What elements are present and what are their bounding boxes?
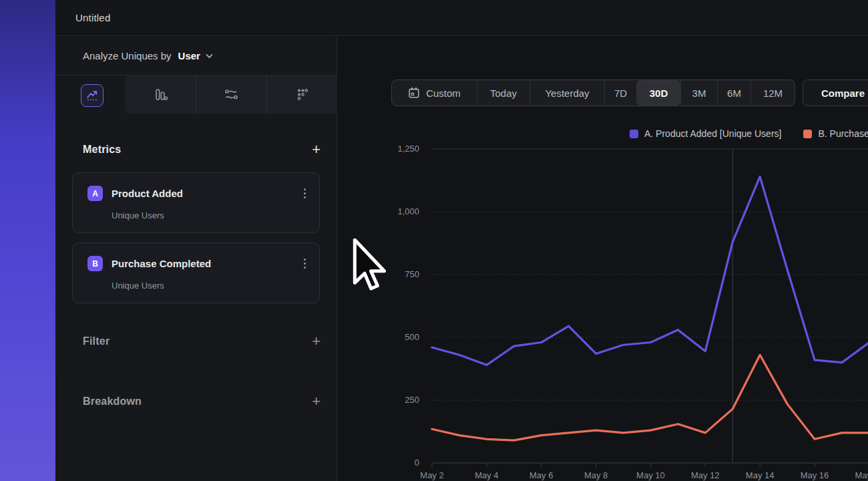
analyze-label: Analyze Uniques by bbox=[83, 50, 172, 61]
svg-text:May 4: May 4 bbox=[475, 470, 498, 480]
funnel-dots-icon bbox=[295, 88, 310, 102]
legend-swatch-b bbox=[803, 130, 812, 138]
kebab-menu-icon[interactable] bbox=[301, 257, 308, 270]
svg-text:May 12: May 12 bbox=[691, 470, 720, 480]
svg-text:0: 0 bbox=[415, 458, 419, 468]
range-3m-button[interactable]: 3M bbox=[680, 80, 717, 106]
line-chart-icon bbox=[85, 89, 99, 102]
date-range-selector: Custom Today Yesterday 7D 30D 3M 6M 12M bbox=[391, 79, 795, 106]
analyze-row: Analyze Uniques by User bbox=[55, 37, 337, 75]
metric-name: Purchase Completed bbox=[112, 258, 301, 269]
legend-swatch-a bbox=[630, 130, 638, 138]
analyze-entity-dropdown[interactable]: User bbox=[178, 50, 200, 61]
top-bar: Untitled bbox=[55, 0, 868, 36]
range-label: Custom bbox=[426, 88, 461, 99]
chart-legend: A. Product Added [Unique Users] B. Purch… bbox=[630, 128, 868, 139]
kebab-menu-icon[interactable] bbox=[301, 187, 308, 200]
metric-card-a[interactable]: A Product Added Unique Users bbox=[72, 172, 320, 233]
legend-item-b[interactable]: B. Purchase Completed [Unique Users] bbox=[803, 128, 868, 139]
report-title[interactable]: Untitled bbox=[75, 12, 110, 23]
flow-icon bbox=[224, 88, 239, 102]
range-12m-button[interactable]: 12M bbox=[750, 80, 795, 106]
range-7d-button[interactable]: 7D bbox=[604, 80, 636, 106]
svg-text:1,250: 1,250 bbox=[397, 144, 419, 154]
svg-text:May 18: May 18 bbox=[855, 470, 868, 480]
filter-header: Filter + bbox=[83, 334, 320, 349]
legend-item-a[interactable]: A. Product Added [Unique Users] bbox=[630, 128, 781, 139]
metrics-header: Metrics + bbox=[83, 142, 320, 157]
range-6m-button[interactable]: 6M bbox=[717, 80, 750, 106]
metric-subtitle: Unique Users bbox=[112, 210, 164, 220]
svg-text:May 6: May 6 bbox=[529, 470, 553, 480]
metric-badge-a: A bbox=[87, 186, 103, 201]
svg-text:750: 750 bbox=[405, 269, 419, 279]
legend-label: B. Purchase Completed [Unique Users] bbox=[818, 128, 868, 139]
range-yesterday-button[interactable]: Yesterday bbox=[529, 80, 604, 106]
query-sidebar: Analyze Uniques by User bbox=[55, 37, 337, 481]
tab-funnel[interactable] bbox=[266, 75, 337, 114]
filter-title: Filter bbox=[83, 335, 110, 347]
svg-text:250: 250 bbox=[405, 395, 419, 405]
svg-text:May 10: May 10 bbox=[636, 470, 665, 480]
svg-text:1,000: 1,000 bbox=[397, 206, 419, 216]
add-filter-button[interactable]: + bbox=[312, 334, 320, 349]
tab-line-chart[interactable] bbox=[81, 84, 103, 107]
chart-type-tabstrip bbox=[126, 75, 337, 114]
metric-badge-b: B bbox=[87, 256, 103, 271]
compare-button[interactable]: Compare bbox=[803, 79, 868, 106]
metric-name: Product Added bbox=[112, 188, 301, 199]
range-today-button[interactable]: Today bbox=[477, 80, 529, 106]
left-gradient-strip bbox=[0, 0, 55, 481]
breakdown-title: Breakdown bbox=[83, 395, 142, 408]
breakdown-header: Breakdown + bbox=[83, 394, 320, 409]
svg-text:May 8: May 8 bbox=[584, 470, 608, 480]
svg-text:May 2: May 2 bbox=[420, 470, 443, 480]
bar-chart-icon bbox=[154, 88, 168, 102]
svg-text:May 16: May 16 bbox=[801, 470, 829, 480]
range-custom-button[interactable]: Custom bbox=[392, 80, 477, 106]
tab-bar-chart[interactable] bbox=[126, 75, 196, 114]
tab-flow[interactable] bbox=[196, 75, 266, 114]
add-breakdown-button[interactable]: + bbox=[312, 394, 320, 409]
metric-card-b[interactable]: B Purchase Completed Unique Users bbox=[72, 243, 320, 303]
add-metric-button[interactable]: + bbox=[312, 142, 320, 157]
line-chart[interactable]: 02505007501,0001,250May 2May 4May 6May 8… bbox=[337, 140, 868, 481]
chevron-down-icon bbox=[205, 52, 214, 60]
svg-text:500: 500 bbox=[405, 332, 419, 342]
metrics-title: Metrics bbox=[83, 144, 121, 156]
range-30d-button[interactable]: 30D bbox=[636, 80, 680, 106]
legend-label: A. Product Added [Unique Users] bbox=[644, 128, 781, 139]
metric-subtitle: Unique Users bbox=[112, 281, 164, 291]
calendar-icon bbox=[408, 87, 420, 99]
svg-text:May 14: May 14 bbox=[746, 470, 775, 480]
